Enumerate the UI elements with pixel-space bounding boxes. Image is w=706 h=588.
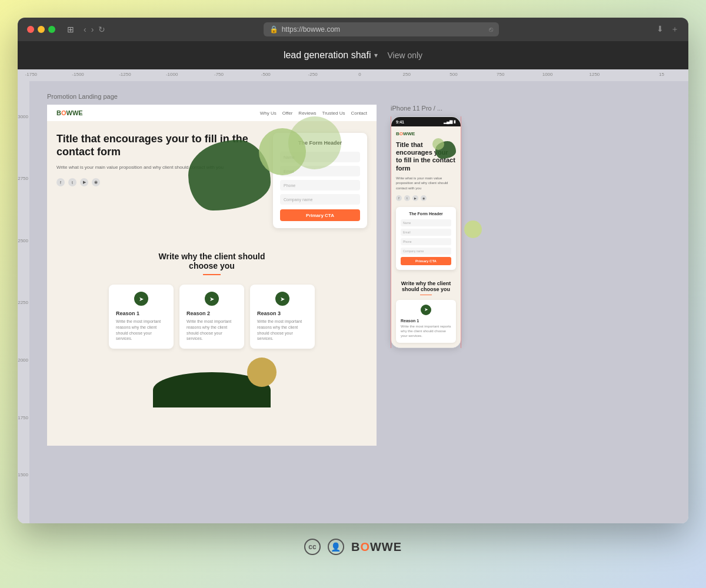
cc-badge: cc xyxy=(304,539,321,555)
iphone-reason-card: ➤ Reason 1 Write the most important repo… xyxy=(396,300,456,343)
instagram-icon: ◉ xyxy=(92,178,100,186)
project-title-container: lead generation shafi ▾ xyxy=(284,50,378,61)
iphone-youtube-icon: ▶ xyxy=(412,195,418,201)
lock-icon: 🔒 xyxy=(269,25,278,34)
ruler-mark: 1000 xyxy=(542,72,553,77)
iphone-instagram-icon: ◉ xyxy=(421,195,427,201)
vertical-ruler: -3000 -2750 -2500 -2250 -2000 -1750 -150… xyxy=(18,81,29,523)
new-tab-icon[interactable]: ＋ xyxy=(671,24,679,35)
address-bar[interactable]: 🔒 https://bowwe.com ⎋ xyxy=(264,22,499,36)
hero-blob-gold xyxy=(247,358,277,387)
view-only-badge: View only xyxy=(387,51,422,60)
ruler-mark: -2250 xyxy=(18,300,28,305)
nav-link-trusted: Trusted Us xyxy=(322,111,345,116)
ruler-mark: 1250 xyxy=(589,72,600,77)
reload-button[interactable]: ↻ xyxy=(98,25,105,34)
ruler-mark: -1500 xyxy=(18,472,28,477)
ruler-mark: 250 xyxy=(403,72,411,77)
hero-blob-light2 xyxy=(288,116,341,169)
ruler-mark: 500 xyxy=(449,72,457,77)
lp-card-2: ➤ Reason 2 Write the most important reas… xyxy=(179,285,244,349)
close-button[interactable] xyxy=(27,26,34,33)
iphone-social-icons: f t ▶ ◉ xyxy=(396,195,456,201)
iphone-time: 9:41 xyxy=(396,120,404,124)
iphone-form-cta: Primary CTA xyxy=(401,257,451,265)
lp-section2-divider xyxy=(203,274,221,275)
ruler-mark: -3000 xyxy=(18,114,28,119)
lp-hero: Title that encourages your to fill in th… xyxy=(47,121,377,240)
ruler-mark: -500 xyxy=(261,72,271,77)
ruler-mark: 750 xyxy=(497,72,504,77)
iphone-signal-icon: ▂▄▆ xyxy=(444,119,452,124)
ruler-mark: -1750 xyxy=(25,72,37,77)
app-toolbar: lead generation shafi ▾ View only xyxy=(18,41,688,69)
forward-button[interactable]: › xyxy=(91,25,94,34)
ruler-mark: -1250 xyxy=(119,72,131,77)
facebook-icon: f xyxy=(56,178,65,186)
ruler-mark: -2750 xyxy=(18,176,28,181)
iphone-card-icon: ➤ xyxy=(421,305,431,315)
browser-actions: ⬇ ＋ xyxy=(657,24,679,35)
iphone-twitter-icon: t xyxy=(404,195,410,201)
nav-link-offer: Offer xyxy=(282,111,293,116)
maximize-button[interactable] xyxy=(48,26,55,33)
lp-card-3-title: Reason 3 xyxy=(257,310,308,316)
traffic-lights xyxy=(27,26,55,33)
iphone-form: The Form Header Name Email Phone Company… xyxy=(396,207,456,270)
download-icon[interactable]: ⬇ xyxy=(657,24,664,35)
lp-card-1-icon: ➤ xyxy=(134,292,148,306)
lp-card-3: ➤ Reason 3 Write the most important reas… xyxy=(250,285,315,349)
lp-form-phone: Phone xyxy=(280,180,360,191)
iphone-facebook-icon: f xyxy=(396,195,402,201)
lp-card-2-title: Reason 2 xyxy=(187,310,237,316)
lp-form-company: Company name xyxy=(280,194,360,205)
sidebar-toggle-icon[interactable]: ⊞ xyxy=(67,25,74,34)
ruler-mark: 0 xyxy=(358,72,361,77)
iphone-card-desc: Write the most important reports why the… xyxy=(401,325,451,338)
iphone-guide-right xyxy=(461,116,461,348)
lp-card-1-title: Reason 1 xyxy=(116,310,166,316)
iphone-right-blob xyxy=(464,220,482,238)
lp-form-cta: Primary CTA xyxy=(280,209,360,221)
iphone-section2: Write why the client should choose you ➤… xyxy=(396,276,456,343)
canvas-with-ruler: -3000 -2750 -2500 -2250 -2000 -1750 -150… xyxy=(18,81,688,523)
iphone-form-phone: Phone xyxy=(401,238,451,245)
browser-window: ⊞ ‹ › ↻ 🔒 https://bowwe.com ⎋ ⬇ ＋ lead g… xyxy=(18,18,688,523)
ruler-mark: -2500 xyxy=(18,238,28,243)
iphone-signal-icons: ▂▄▆ ▮ xyxy=(444,119,456,124)
iphone-battery-icon: ▮ xyxy=(454,119,456,124)
youtube-icon: ▶ xyxy=(80,178,88,186)
ruler-mark: -250 xyxy=(308,72,318,77)
main-editor-area: -1750 -1500 -1250 -1000 -750 -500 -250 0… xyxy=(18,69,688,523)
ruler-mark: 15 xyxy=(659,72,664,77)
horizontal-ruler: -1750 -1500 -1250 -1000 -750 -500 -250 0… xyxy=(18,69,688,81)
nav-link-reviews: Reviews xyxy=(298,111,316,116)
lp-card-1: ➤ Reason 1 Write the most important reas… xyxy=(109,285,174,349)
lp-logo: BOWWE xyxy=(56,109,83,116)
desktop-page-panel: Promotion Landing page BOWWE xyxy=(47,105,377,446)
ruler-mark: -1750 xyxy=(18,415,28,420)
nav-arrows: ‹ › ↻ xyxy=(84,25,105,34)
lp-navbar: BOWWE Why Us Offer Reviews Trusted Us Co… xyxy=(47,105,377,121)
iphone-section2-title: Write why the client should choose you xyxy=(396,280,456,292)
ruler-mark: -1500 xyxy=(72,72,84,77)
bowwe-footer-logo: BOWWE xyxy=(351,540,402,554)
lp-card-3-desc: Write the most important reasons why the… xyxy=(257,319,308,342)
minimize-button[interactable] xyxy=(38,26,45,33)
url-text: https://bowwe.com xyxy=(282,25,340,34)
canvas-scroll[interactable]: Promotion Landing page BOWWE xyxy=(29,81,688,523)
lp-card-3-icon: ➤ xyxy=(275,292,289,306)
person-badge: 👤 xyxy=(328,539,344,555)
iphone-form-title: The Form Header xyxy=(401,212,451,216)
desktop-panel-label: Promotion Landing page xyxy=(47,93,118,100)
share-icon[interactable]: ⎋ xyxy=(489,25,493,34)
chevron-down-icon[interactable]: ▾ xyxy=(374,51,378,59)
lp-card-1-desc: Write the most important reasons why the… xyxy=(116,319,166,342)
canvas-area: -1750 -1500 -1250 -1000 -750 -500 -250 0… xyxy=(18,69,688,523)
back-button[interactable]: ‹ xyxy=(84,25,86,34)
iphone-form-name: Name xyxy=(401,219,451,226)
nav-link-why-us: Why Us xyxy=(260,111,277,116)
ruler-mark: -750 xyxy=(214,72,224,77)
iphone-section2-divider xyxy=(420,295,432,295)
iphone-card-title: Reason 1 xyxy=(401,319,451,323)
